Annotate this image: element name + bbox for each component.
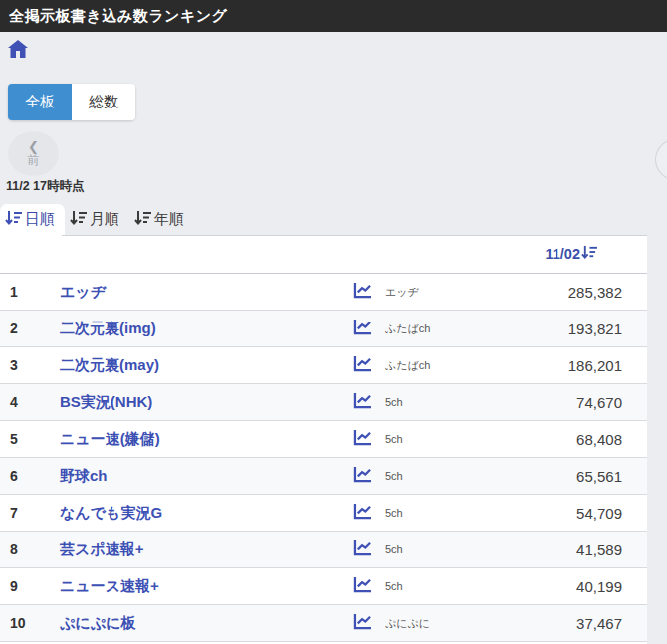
post-count: 65,561 xyxy=(525,468,647,485)
post-count: 186,201 xyxy=(525,357,647,374)
date-column-header[interactable]: 11/02 xyxy=(0,235,647,274)
line-chart-icon xyxy=(353,503,372,523)
prev-label: 前 xyxy=(28,153,40,167)
board-link[interactable]: ニュース速報+ xyxy=(60,577,353,596)
table-row: 7 なんでも実況G 5ch 54,709 xyxy=(0,495,647,532)
site-label: 5ch xyxy=(385,507,525,519)
post-count: 193,821 xyxy=(525,321,647,337)
board-link[interactable]: エッヂ xyxy=(60,283,353,302)
table-row: 2 二次元裏(img) ふたばch 193,821 xyxy=(0,311,647,347)
table-row: 4 BS実況(NHK) 5ch 74,670 xyxy=(0,384,647,421)
sort-desc-icon xyxy=(5,210,22,229)
tabbar-divider xyxy=(62,235,647,236)
table-row: 6 野球ch 5ch 65,561 xyxy=(0,458,647,495)
rank-number: 3 xyxy=(0,357,60,373)
board-link[interactable]: ぷにぷに板 xyxy=(60,614,353,633)
timestamp: 11/2 17時時点 xyxy=(6,178,85,195)
sort-desc-icon xyxy=(580,245,597,263)
tab-totals[interactable]: 総数 xyxy=(72,84,135,120)
tab-label: 年順 xyxy=(154,210,184,229)
table-row: 9 ニュース速報+ 5ch 40,199 xyxy=(0,568,647,605)
prev-button[interactable]: ❮ 前 xyxy=(8,131,59,176)
board-link[interactable]: 二次元裏(img) xyxy=(60,320,353,338)
line-chart-icon xyxy=(353,282,372,302)
home-icon xyxy=(8,40,28,58)
sort-desc-icon xyxy=(70,210,87,229)
line-chart-icon xyxy=(353,576,372,596)
line-chart-icon xyxy=(353,466,372,486)
table-row: 1 エッヂ エッヂ 285,382 xyxy=(0,274,647,311)
rank-number: 2 xyxy=(0,321,60,336)
table-row: 10 ぷにぷに板 ぷにぷに 37,467 xyxy=(0,605,647,642)
line-chart-icon xyxy=(353,613,372,633)
table-row: 8 芸スポ速報+ 5ch 41,589 xyxy=(0,532,647,568)
chart-button[interactable] xyxy=(353,539,385,559)
chart-button[interactable] xyxy=(353,613,385,633)
chart-button[interactable] xyxy=(353,392,385,412)
board-link[interactable]: 野球ch xyxy=(60,467,353,486)
next-button[interactable] xyxy=(655,138,667,181)
board-link[interactable]: なんでも実況G xyxy=(60,504,353,523)
table-row: 5 ニュー速(嫌儲) 5ch 68,408 xyxy=(0,421,647,458)
page-title: 全掲示板書き込み数ランキング xyxy=(9,7,227,26)
ranking-rows: 1 エッヂ エッヂ 285,382 2 二次元裏(img) ふたばch 1 xyxy=(0,274,647,642)
line-chart-icon xyxy=(353,319,372,338)
rank-number: 1 xyxy=(0,284,60,300)
chart-button[interactable] xyxy=(353,466,385,486)
tab-monthly[interactable]: 月順 xyxy=(65,204,129,235)
post-count: 41,589 xyxy=(525,541,647,558)
home-button[interactable] xyxy=(8,40,28,58)
site-label: ふたばch xyxy=(385,358,525,373)
chart-button[interactable] xyxy=(353,355,385,375)
tab-all-boards[interactable]: 全板 xyxy=(8,84,72,120)
board-link[interactable]: 二次元裏(may) xyxy=(60,356,353,375)
line-chart-icon xyxy=(353,392,372,412)
ranking-table: 11/02 1 エッヂ エッヂ 285,382 2 二次元裏(img) xyxy=(0,235,647,644)
sort-desc-icon xyxy=(134,210,151,229)
board-link[interactable]: ニュー速(嫌儲) xyxy=(60,430,353,449)
rank-number: 9 xyxy=(0,578,60,594)
board-link[interactable]: 芸スポ速報+ xyxy=(60,540,353,559)
rank-number: 10 xyxy=(0,615,60,631)
site-label: 5ch xyxy=(385,580,525,592)
site-label: エッヂ xyxy=(385,285,525,300)
chart-button[interactable] xyxy=(353,503,385,523)
titlebar: 全掲示板書き込み数ランキング xyxy=(0,0,667,32)
chart-button[interactable] xyxy=(353,429,385,449)
line-chart-icon xyxy=(353,539,372,559)
rank-number: 8 xyxy=(0,541,60,557)
tab-yearly[interactable]: 年順 xyxy=(129,204,194,235)
post-count: 68,408 xyxy=(525,431,647,448)
site-label: 5ch xyxy=(385,433,525,445)
table-row: 3 二次元裏(may) ふたばch 186,201 xyxy=(0,347,647,384)
chart-button[interactable] xyxy=(353,319,385,338)
chart-button[interactable] xyxy=(353,576,385,596)
rank-number: 4 xyxy=(0,394,60,410)
chevron-left-icon: ❮ xyxy=(28,141,39,153)
post-count: 37,467 xyxy=(525,615,647,632)
tab-label: 日順 xyxy=(25,210,55,229)
post-count: 54,709 xyxy=(525,505,647,522)
line-chart-icon xyxy=(353,429,372,449)
chart-button[interactable] xyxy=(353,282,385,302)
site-label: 5ch xyxy=(385,543,525,555)
rank-number: 7 xyxy=(0,505,60,521)
site-label: 5ch xyxy=(385,470,525,482)
board-scope-switch: 全板 総数 xyxy=(8,84,135,120)
tab-daily[interactable]: 日順 xyxy=(0,204,65,235)
board-link[interactable]: BS実況(NHK) xyxy=(60,393,353,412)
post-count: 40,199 xyxy=(525,578,647,595)
date-header-label: 11/02 xyxy=(546,246,581,262)
line-chart-icon xyxy=(353,355,372,375)
tab-label: 月順 xyxy=(90,210,119,229)
site-label: 5ch xyxy=(385,396,525,408)
post-count: 285,382 xyxy=(525,284,647,301)
site-label: ふたばch xyxy=(385,322,525,336)
rank-number: 6 xyxy=(0,468,60,484)
sort-tabbar: 日順 月順 年順 xyxy=(0,204,194,235)
rank-number: 5 xyxy=(0,431,60,447)
site-label: ぷにぷに xyxy=(385,616,525,631)
post-count: 74,670 xyxy=(525,394,647,411)
